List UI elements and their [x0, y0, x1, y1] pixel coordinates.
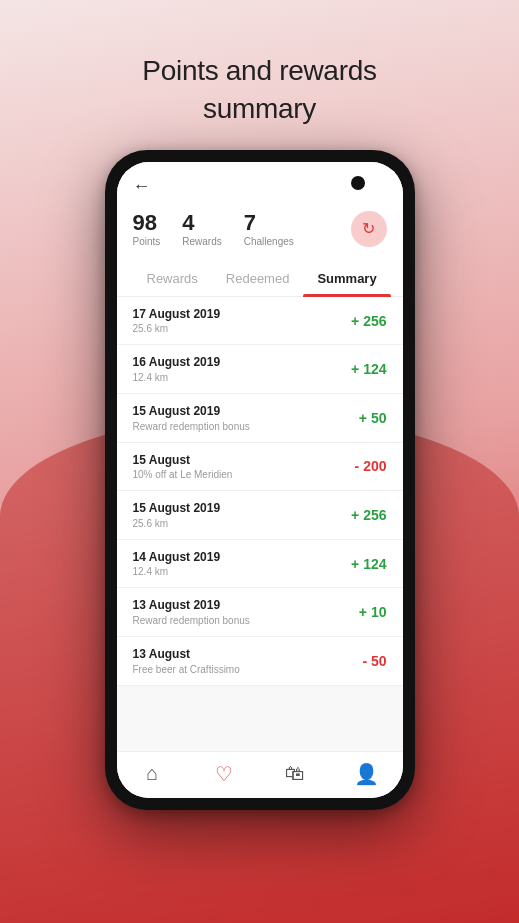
list-item-info: 15 August 10% off at Le Meridien: [133, 453, 355, 481]
list-item-info: 15 August 2019 Reward redemption bonus: [133, 404, 359, 432]
item-sub: 12.4 km: [133, 566, 352, 577]
item-sub: 10% off at Le Meridien: [133, 469, 355, 480]
nav-bag[interactable]: 🛍: [260, 762, 332, 786]
refresh-icon: ↻: [362, 219, 375, 238]
stat-challenges: 7 Challenges: [244, 211, 294, 247]
phone-shell: ← 98 Points 4 Rewards 7 Challenges ↻: [105, 150, 415, 810]
list-item-info: 16 August 2019 12.4 km: [133, 355, 352, 383]
back-button[interactable]: ←: [133, 176, 387, 197]
item-value: + 10: [359, 604, 387, 620]
item-date: 13 August 2019: [133, 598, 359, 614]
item-value: + 50: [359, 410, 387, 426]
home-icon: ⌂: [146, 762, 158, 785]
stat-points: 98 Points: [133, 211, 161, 247]
camera-dot: [351, 176, 365, 190]
bottom-nav: ⌂ ♡ 🛍 👤: [117, 751, 403, 798]
list-item: 15 August 2019 Reward redemption bonus +…: [117, 394, 403, 443]
nav-profile[interactable]: 👤: [331, 762, 403, 786]
list-item: 14 August 2019 12.4 km + 124: [117, 540, 403, 589]
list-item-info: 13 August 2019 Reward redemption bonus: [133, 598, 359, 626]
phone-screen: ← 98 Points 4 Rewards 7 Challenges ↻: [117, 162, 403, 798]
item-date: 15 August: [133, 453, 355, 469]
list-item: 13 August 2019 Reward redemption bonus +…: [117, 588, 403, 637]
refresh-button[interactable]: ↻: [351, 211, 387, 247]
item-sub: Reward redemption bonus: [133, 421, 359, 432]
item-date: 15 August 2019: [133, 501, 352, 517]
list-item-info: 13 August Free beer at Craftissimo: [133, 647, 363, 675]
item-sub: 25.6 km: [133, 323, 352, 334]
list-item-info: 15 August 2019 25.6 km: [133, 501, 352, 529]
item-date: 13 August: [133, 647, 363, 663]
stats-row: 98 Points 4 Rewards 7 Challenges ↻: [133, 211, 387, 247]
bag-icon: 🛍: [285, 762, 305, 785]
item-value: + 124: [351, 556, 386, 572]
item-date: 16 August 2019: [133, 355, 352, 371]
item-date: 14 August 2019: [133, 550, 352, 566]
tab-redeemed[interactable]: Redeemed: [212, 261, 304, 296]
tabs-row: Rewards Redeemed Summary: [117, 261, 403, 297]
list-item-info: 17 August 2019 25.6 km: [133, 307, 352, 335]
heart-icon: ♡: [215, 762, 233, 786]
list-item: 16 August 2019 12.4 km + 124: [117, 345, 403, 394]
item-sub: Reward redemption bonus: [133, 615, 359, 626]
list-item: 15 August 10% off at Le Meridien - 200: [117, 443, 403, 492]
item-date: 15 August 2019: [133, 404, 359, 420]
profile-icon: 👤: [354, 762, 379, 786]
item-sub: 12.4 km: [133, 372, 352, 383]
list-item: 13 August Free beer at Craftissimo - 50: [117, 637, 403, 686]
list-item: 15 August 2019 25.6 km + 256: [117, 491, 403, 540]
item-value: - 50: [362, 653, 386, 669]
item-sub: Free beer at Craftissimo: [133, 664, 363, 675]
item-value: - 200: [355, 458, 387, 474]
tab-summary[interactable]: Summary: [303, 261, 390, 296]
nav-favorites[interactable]: ♡: [188, 762, 260, 786]
tab-rewards[interactable]: Rewards: [133, 261, 212, 296]
stat-rewards: 4 Rewards: [182, 211, 221, 247]
item-value: + 124: [351, 361, 386, 377]
nav-home[interactable]: ⌂: [117, 762, 189, 786]
item-sub: 25.6 km: [133, 518, 352, 529]
list-item-info: 14 August 2019 12.4 km: [133, 550, 352, 578]
page-title: Points and rewards summary: [142, 52, 376, 128]
item-value: + 256: [351, 507, 386, 523]
item-value: + 256: [351, 313, 386, 329]
list-item: 17 August 2019 25.6 km + 256: [117, 297, 403, 346]
summary-list: 17 August 2019 25.6 km + 256 16 August 2…: [117, 297, 403, 751]
item-date: 17 August 2019: [133, 307, 352, 323]
